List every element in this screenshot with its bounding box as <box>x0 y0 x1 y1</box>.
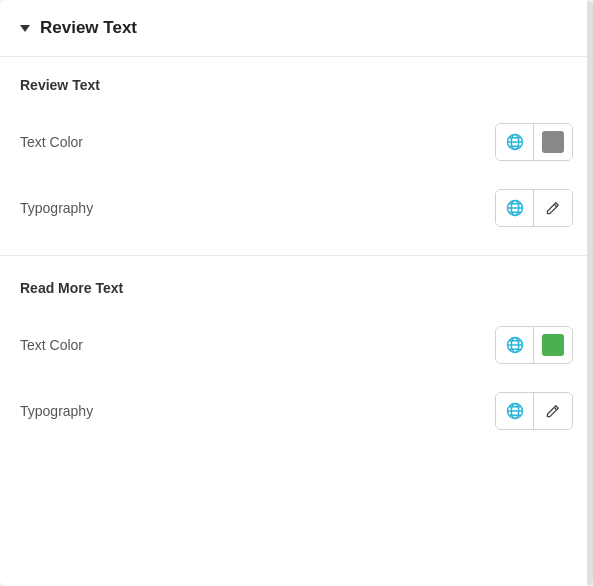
panel: Review Text Review Text Text Color <box>0 0 593 586</box>
label-typography-2: Typography <box>20 403 93 419</box>
header: Review Text <box>0 0 593 57</box>
global-btn-text-color-2[interactable] <box>496 327 534 363</box>
label-text-color-1: Text Color <box>20 134 83 150</box>
global-btn-typography-2[interactable] <box>496 393 534 429</box>
global-btn-text-color-1[interactable] <box>496 124 534 160</box>
globe-icon-2 <box>505 198 525 218</box>
pencil-icon-2 <box>545 403 561 419</box>
control-group-typography-1 <box>495 189 573 227</box>
pencil-icon-1 <box>545 200 561 216</box>
section-read-more-text: Read More Text Text Color <box>0 260 593 454</box>
color-swatch-btn-1[interactable] <box>534 124 572 160</box>
label-typography-1: Typography <box>20 200 93 216</box>
row-typography-2: Typography <box>20 378 573 444</box>
control-group-typography-2 <box>495 392 573 430</box>
color-swatch-2 <box>542 334 564 356</box>
panel-title: Review Text <box>40 18 137 38</box>
global-btn-typography-1[interactable] <box>496 190 534 226</box>
color-swatch-1 <box>542 131 564 153</box>
row-typography-1: Typography <box>20 175 573 241</box>
row-text-color-1: Text Color <box>20 109 573 175</box>
edit-btn-typography-2[interactable] <box>534 393 572 429</box>
divider-1 <box>0 255 593 256</box>
section-review-text: Review Text Text Color <box>0 57 593 251</box>
control-group-text-color-2 <box>495 326 573 364</box>
edit-btn-typography-1[interactable] <box>534 190 572 226</box>
row-text-color-2: Text Color <box>20 312 573 378</box>
globe-icon-3 <box>505 335 525 355</box>
section-title-read-more-text: Read More Text <box>20 280 573 296</box>
control-group-text-color-1 <box>495 123 573 161</box>
chevron-down-icon[interactable] <box>20 25 30 32</box>
section-title-review-text: Review Text <box>20 77 573 93</box>
globe-icon-1 <box>505 132 525 152</box>
globe-icon-4 <box>505 401 525 421</box>
color-swatch-btn-2[interactable] <box>534 327 572 363</box>
label-text-color-2: Text Color <box>20 337 83 353</box>
